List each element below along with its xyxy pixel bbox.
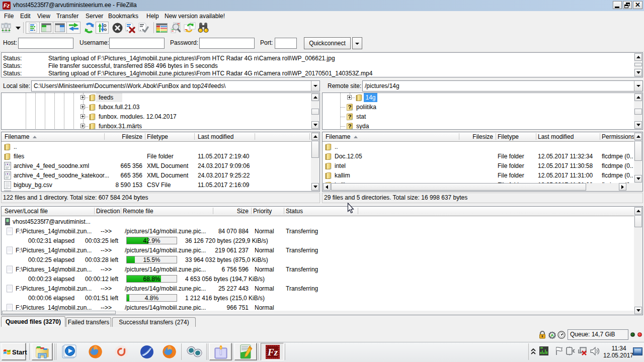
svg-text:Fz: Fz [267,347,278,357]
svg-text:A: A [550,333,554,338]
